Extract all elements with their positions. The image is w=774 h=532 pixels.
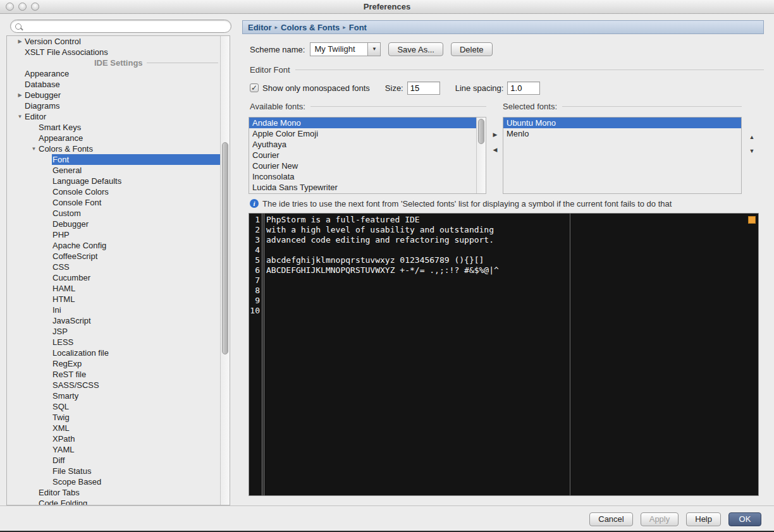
breadcrumb-item-editor[interactable]: Editor <box>248 23 272 32</box>
tree-item-colors-fonts[interactable]: ▼Colors & Fonts <box>7 143 220 154</box>
tree-item-console-font[interactable]: Console Font <box>7 197 220 208</box>
apply-button[interactable]: Apply <box>641 512 679 526</box>
chevron-right-icon[interactable]: ▶ <box>16 90 24 100</box>
available-fonts-scrollbar-thumb[interactable] <box>478 119 484 144</box>
close-window-button[interactable] <box>6 3 14 11</box>
font-item-ayuthaya[interactable]: Ayuthaya <box>249 139 476 150</box>
tree-item-label: JSP <box>52 326 220 337</box>
line-spacing-input[interactable] <box>507 82 540 95</box>
tree-item-language-defaults[interactable]: Language Defaults <box>7 176 220 186</box>
tree-item-debugger[interactable]: ▶Debugger <box>7 90 220 100</box>
tree-item-sass-scss[interactable]: SASS/SCSS <box>7 380 220 390</box>
cancel-button[interactable]: Cancel <box>589 512 632 526</box>
tree-item-diagrams[interactable]: Diagrams <box>7 100 220 111</box>
scheme-row: Scheme name: My Twilight ▼ Save As... De… <box>250 42 764 57</box>
chevron-down-icon[interactable]: ▼ <box>30 143 38 154</box>
search-field[interactable] <box>10 20 231 33</box>
line-number: 7 <box>249 275 260 286</box>
minimize-window-button[interactable] <box>18 3 27 11</box>
line-number: 3 <box>249 235 260 245</box>
tree-item-twig[interactable]: Twig <box>7 412 220 423</box>
tree-item-label: Smart Keys <box>38 122 220 133</box>
tree-item-php[interactable]: PHP <box>7 229 220 240</box>
tree-item-xpath[interactable]: XPath <box>7 433 220 444</box>
move-font-right-button[interactable]: ▶ <box>489 131 501 138</box>
chevron-down-icon[interactable]: ▼ <box>367 43 380 56</box>
tree-item-appearance[interactable]: Appearance <box>7 133 220 143</box>
tree-item-font[interactable]: Font <box>7 154 220 165</box>
tree-item-code-folding[interactable]: Code Folding <box>7 498 220 505</box>
tree-item-smarty[interactable]: Smarty <box>7 390 220 401</box>
tree-item-console-colors[interactable]: Console Colors <box>7 186 220 197</box>
breadcrumb-item-colors-fonts[interactable]: Colors & Fonts <box>281 23 340 32</box>
font-item-apple-color-emoji[interactable]: Apple Color Emoji <box>249 128 476 139</box>
tree-item-label: Custom <box>52 208 220 219</box>
tree-section-label: IDE Settings <box>94 58 147 68</box>
font-item-menlo[interactable]: Menlo <box>503 128 741 139</box>
code-line: with a high level of usability and outst… <box>266 225 758 235</box>
tree-item-xslt-file-associations[interactable]: XSLT File Associations <box>7 47 220 57</box>
font-item-ubuntu-mono[interactable]: Ubuntu Mono <box>503 118 741 128</box>
tree-item-label: Appearance <box>38 133 220 143</box>
move-font-up-button[interactable]: ▲ <box>746 134 758 140</box>
move-font-left-button[interactable]: ◀ <box>489 147 501 153</box>
sidebar-scrollbar-thumb[interactable] <box>222 142 228 354</box>
tree-item-file-status[interactable]: File Status <box>7 466 220 476</box>
help-button[interactable]: Help <box>686 512 721 526</box>
tree-item-editor-tabs[interactable]: Editor Tabs <box>7 487 220 498</box>
tree-item-apache-config[interactable]: Apache Config <box>7 240 220 251</box>
chevron-down-icon[interactable]: ▼ <box>16 111 24 122</box>
selected-fonts-list[interactable]: Ubuntu MonoMenlo <box>503 117 742 194</box>
tree-item-yaml[interactable]: YAML <box>7 444 220 455</box>
tree-item-ini[interactable]: Ini <box>7 305 220 315</box>
tree-item-database[interactable]: Database <box>7 79 220 90</box>
tree-item-diff[interactable]: Diff <box>7 455 220 466</box>
scheme-name-dropdown[interactable]: My Twilight ▼ <box>310 42 381 56</box>
tree-item-cucumber[interactable]: Cucumber <box>7 272 220 283</box>
tree-item-javascript[interactable]: JavaScript <box>7 315 220 326</box>
font-item-inconsolata[interactable]: Inconsolata <box>249 171 476 182</box>
tree-item-appearance[interactable]: Appearance <box>7 68 220 79</box>
tree-item-localization-file[interactable]: Localization file <box>7 348 220 358</box>
tree-item-custom[interactable]: Custom <box>7 208 220 219</box>
available-fonts-scrollbar[interactable] <box>476 118 486 193</box>
font-item-andale-mono[interactable]: Andale Mono <box>249 118 476 128</box>
tree-item-editor[interactable]: ▼Editor <box>7 111 220 122</box>
tree-item-scope-based[interactable]: Scope Based <box>7 476 220 487</box>
tree-item-coffeescript[interactable]: CoffeeScript <box>7 251 220 262</box>
tree-item-regexp[interactable]: RegExp <box>7 358 220 369</box>
tree-item-smart-keys[interactable]: Smart Keys <box>7 122 220 133</box>
move-font-down-button[interactable]: ▼ <box>746 148 758 154</box>
tree-item-debugger[interactable]: Debugger <box>7 219 220 229</box>
tree-item-label: Debugger <box>24 90 220 100</box>
font-item-courier-new[interactable]: Courier New <box>249 160 476 171</box>
tree-item-less[interactable]: LESS <box>7 337 220 348</box>
font-item-lucida-sans-typewriter[interactable]: Lucida Sans Typewriter <box>249 182 476 193</box>
search-input[interactable] <box>25 22 226 31</box>
save-as-button[interactable]: Save As... <box>388 42 443 56</box>
tree-item-haml[interactable]: HAML <box>7 283 220 294</box>
monospaced-only-checkbox[interactable]: ✓ <box>250 83 259 92</box>
tree-item-label: Diff <box>52 455 220 466</box>
chevron-right-icon[interactable]: ▶ <box>16 36 24 47</box>
tree-item-rest-file[interactable]: ReST file <box>7 369 220 380</box>
tree-item-label: CoffeeScript <box>52 251 220 262</box>
breadcrumb-item-font[interactable]: Font <box>349 23 367 32</box>
delete-button[interactable]: Delete <box>451 42 493 56</box>
tree-item-xml[interactable]: XML <box>7 423 220 433</box>
tree-item-css[interactable]: CSS <box>7 262 220 272</box>
sidebar-scrollbar[interactable] <box>220 36 230 505</box>
font-size-input[interactable] <box>407 82 440 95</box>
tree-item-jsp[interactable]: JSP <box>7 326 220 337</box>
monospaced-only-label[interactable]: Show only monospaced fonts <box>262 83 370 93</box>
tree-item-html[interactable]: HTML <box>7 294 220 305</box>
editor-preview[interactable]: 12345678910 PhpStorm is a full-featured … <box>249 213 759 496</box>
tree-item-version-control[interactable]: ▶Version Control <box>7 36 220 47</box>
tree-item-sql[interactable]: SQL <box>7 401 220 412</box>
ok-button[interactable]: OK <box>728 512 761 526</box>
font-item-courier[interactable]: Courier <box>249 150 476 160</box>
available-fonts-list[interactable]: Andale MonoApple Color EmojiAyuthayaCour… <box>249 117 486 194</box>
tree-item-general[interactable]: General <box>7 165 220 176</box>
zoom-window-button[interactable] <box>31 3 39 11</box>
font-fallback-note-text: The ide tries to use the next font from … <box>262 199 672 209</box>
